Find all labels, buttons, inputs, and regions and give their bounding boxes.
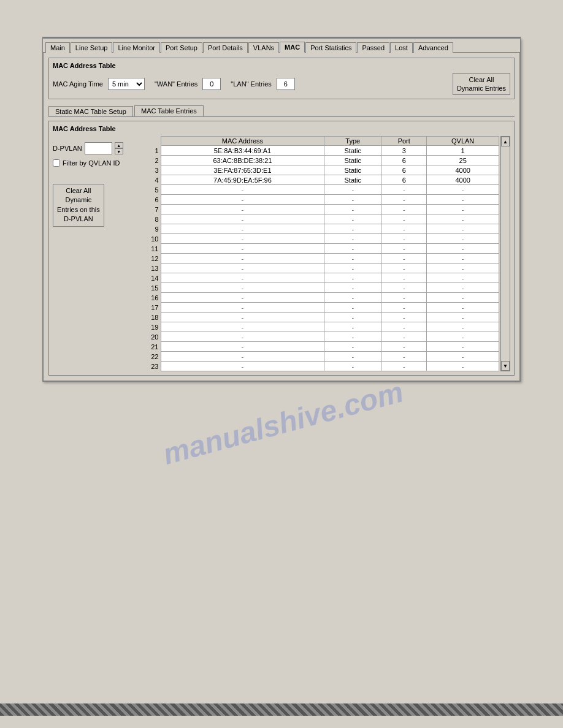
table-row: 9----	[148, 224, 499, 234]
cell-type: -	[324, 224, 381, 234]
cell-qvlan: -	[427, 214, 499, 224]
table-row: 23----	[148, 362, 499, 371]
row-number: 7	[148, 205, 161, 214]
clear-dynamic-dpvlan-button[interactable]: Clear AllDynamicEntries on thisD-PVLAN	[53, 184, 104, 227]
spinner-up-button[interactable]: ▲	[115, 142, 123, 148]
sub-tab-mac-entries[interactable]: MAC Table Entries	[134, 105, 204, 116]
dpvlan-spinner: ▲ ▼	[115, 142, 123, 154]
cell-mac: -	[161, 195, 324, 205]
cell-mac: -	[161, 244, 324, 254]
filter-qvlan-label: Filter by QVLAN ID	[63, 159, 120, 167]
cell-mac: -	[161, 293, 324, 303]
spinner-down-button[interactable]: ▼	[115, 148, 123, 154]
table-row: 47A:45:9D:EA:5F:96Static64000	[148, 175, 499, 185]
cell-port: -	[381, 234, 427, 244]
cell-port: -	[381, 283, 427, 293]
scroll-track[interactable]	[501, 146, 510, 361]
mac-aging-row: MAC Aging Time 5 min 10 min 30 min "WAN"…	[53, 73, 510, 95]
cell-qvlan: -	[427, 273, 499, 283]
scroll-down-button[interactable]: ▼	[501, 361, 510, 371]
mac-data-table: MAC Address Type Port QVLAN 15E:8A:B3:44…	[148, 136, 499, 371]
tab-passed[interactable]: Passed	[357, 42, 389, 53]
cell-type: -	[324, 234, 381, 244]
cell-port: -	[381, 205, 427, 214]
col-type: Type	[324, 137, 381, 146]
tab-lost[interactable]: Lost	[390, 42, 413, 53]
filter-qvlan-checkbox[interactable]	[53, 159, 60, 167]
cell-qvlan: -	[427, 332, 499, 342]
cell-port: -	[381, 273, 427, 283]
cell-mac: 3E:FA:87:65:3D:E1	[161, 165, 324, 175]
table-row: 17----	[148, 303, 499, 313]
row-number: 13	[148, 264, 161, 273]
cell-type: -	[324, 322, 381, 332]
cell-mac: -	[161, 362, 324, 371]
table-row: 7----	[148, 205, 499, 214]
clear-all-dynamic-entries-button[interactable]: Clear AllDynamic Entries	[453, 73, 510, 95]
cell-mac: -	[161, 322, 324, 332]
row-number: 8	[148, 214, 161, 224]
tab-port-details[interactable]: Port Details	[203, 42, 248, 53]
table-row: 263:AC:8B:DE:38:21Static625	[148, 156, 499, 165]
tab-mac[interactable]: MAC	[280, 42, 305, 53]
table-row: 15----	[148, 283, 499, 293]
cell-qvlan: 25	[427, 156, 499, 165]
cell-port: -	[381, 254, 427, 264]
cell-type: -	[324, 205, 381, 214]
bottom-bar	[0, 703, 563, 716]
wan-entries-input[interactable]	[202, 78, 221, 90]
cell-port: -	[381, 244, 427, 254]
cell-mac: -	[161, 254, 324, 264]
tab-port-statistics[interactable]: Port Statistics	[305, 42, 356, 53]
mac-table-inner-title: MAC Address Table	[53, 125, 510, 132]
main-container: Main Line Setup Line Monitor Port Setup …	[42, 38, 521, 382]
cell-qvlan: -	[427, 205, 499, 214]
cell-port: -	[381, 185, 427, 195]
cell-type: -	[324, 293, 381, 303]
tab-line-setup[interactable]: Line Setup	[71, 42, 113, 53]
cell-type: Static	[324, 146, 381, 156]
tabs-row: Main Line Setup Line Monitor Port Setup …	[43, 39, 520, 53]
filter-row: Filter by QVLAN ID	[53, 159, 120, 167]
table-row: 11----	[148, 244, 499, 254]
mac-table-layout: D-PVLAN ▲ ▼ Filter by QVLAN ID Clear All…	[53, 136, 510, 371]
cell-qvlan: -	[427, 254, 499, 264]
table-row: 19----	[148, 322, 499, 332]
mac-data-table-wrapper: MAC Address Type Port QVLAN 15E:8A:B3:44…	[148, 136, 499, 371]
tab-line-monitor[interactable]: Line Monitor	[113, 42, 160, 53]
cell-port: 6	[381, 175, 427, 185]
cell-type: -	[324, 342, 381, 352]
table-row: 14----	[148, 273, 499, 283]
sub-tab-static-mac[interactable]: Static MAC Table Setup	[48, 106, 133, 116]
row-number: 20	[148, 332, 161, 342]
cell-type: -	[324, 195, 381, 205]
cell-port: -	[381, 293, 427, 303]
tab-vlans[interactable]: VLANs	[248, 42, 279, 53]
cell-mac: -	[161, 303, 324, 313]
row-number: 2	[148, 156, 161, 165]
row-number: 12	[148, 254, 161, 264]
row-number: 18	[148, 313, 161, 322]
mac-aging-select[interactable]: 5 min 10 min 30 min	[108, 78, 145, 90]
tab-advanced[interactable]: Advanced	[413, 42, 453, 53]
table-row: 22----	[148, 352, 499, 362]
dpvlan-input[interactable]	[85, 142, 112, 154]
cell-type: -	[324, 313, 381, 322]
row-number: 10	[148, 234, 161, 244]
mac-table-left: D-PVLAN ▲ ▼ Filter by QVLAN ID Clear All…	[53, 136, 145, 371]
row-number: 1	[148, 146, 161, 156]
cell-port: -	[381, 352, 427, 362]
scroll-up-button[interactable]: ▲	[501, 137, 510, 146]
cell-mac: -	[161, 234, 324, 244]
cell-mac: 63:AC:8B:DE:38:21	[161, 156, 324, 165]
tab-port-setup[interactable]: Port Setup	[161, 42, 202, 53]
tab-main[interactable]: Main	[45, 42, 70, 53]
row-number: 15	[148, 283, 161, 293]
cell-type: -	[324, 254, 381, 264]
cell-qvlan: -	[427, 342, 499, 352]
cell-port: -	[381, 303, 427, 313]
table-row: 16----	[148, 293, 499, 303]
cell-qvlan: -	[427, 283, 499, 293]
cell-port: 6	[381, 156, 427, 165]
lan-entries-input[interactable]	[277, 78, 295, 90]
